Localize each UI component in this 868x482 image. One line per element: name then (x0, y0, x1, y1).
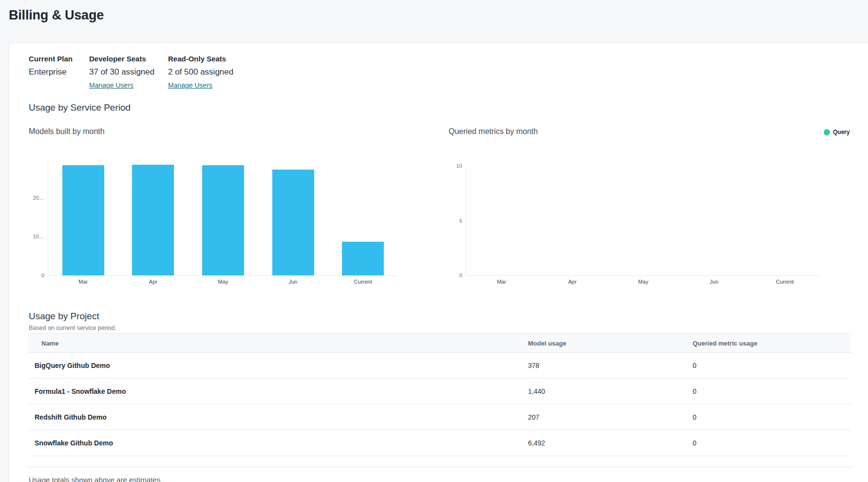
x-axis-label: Jun (266, 279, 320, 285)
footer-divider (28, 467, 851, 467)
bar-mar (62, 165, 104, 275)
bar-current (342, 242, 384, 275)
read-only-seats-column: Read-Only Seats 2 of 500 assigned Manage… (168, 55, 233, 90)
column-header-name: Name (28, 340, 528, 347)
x-axis-label: Apr (126, 279, 180, 285)
model-usage-value: 1,440 (528, 387, 693, 395)
usage-estimates-footnote: Usage totals shown above are estimates (29, 476, 160, 482)
x-axis-label: Mar (475, 279, 528, 285)
queried-metric-usage-value: 0 (693, 413, 851, 421)
bar-may (202, 165, 244, 275)
queried-metric-usage-value: 0 (693, 387, 851, 395)
usage-period-section-title: Usage by Service Period (29, 102, 131, 113)
legend-item-query[interactable]: Query (824, 129, 850, 135)
table-body: BigQuery Github Demo3780Formula1 - Snowf… (28, 353, 851, 456)
usage-project-subtitle: Based on current service period. (29, 325, 116, 331)
models-built-chart: MarAprMayJunCurrent010…20… (48, 161, 397, 276)
current-plan-label: Current Plan (29, 55, 73, 63)
table-row: BigQuery Github Demo3780 (28, 353, 851, 379)
y-axis-label: 0 (29, 272, 44, 279)
developer-seats-value: 37 of 30 assigned (89, 67, 154, 77)
y-axis-label: 0 (447, 272, 462, 279)
column-header-model-usage: Model usage (528, 340, 693, 347)
metrics-chart-title: Queried metrics by month (449, 127, 538, 136)
developer-seats-column: Developer Seats 37 of 30 assigned Manage… (89, 55, 154, 90)
table-row: Snowflake Github Demo6,4920 (28, 430, 851, 456)
legend-label: Query (833, 129, 850, 135)
manage-users-link-developer[interactable]: Manage Users (89, 81, 133, 89)
table-row: Formula1 - Snowflake Demo1,4400 (28, 379, 851, 405)
queried-metric-usage-value: 0 (693, 362, 851, 369)
bar-jun (272, 170, 314, 275)
y-axis-label: 10… (29, 233, 44, 240)
project-name: BigQuery Github Demo (28, 362, 528, 369)
table-row: Redshift Github Demo2070 (28, 405, 851, 430)
project-name: Snowflake Github Demo (28, 439, 528, 447)
y-axis-label: 10 (447, 163, 462, 169)
project-name: Redshift Github Demo (28, 413, 528, 421)
bar-apr (132, 165, 174, 275)
x-axis-label: Mar (57, 279, 110, 285)
column-header-queried-metric-usage: Queried metric usage (693, 340, 851, 347)
x-axis-label: Jun (687, 279, 741, 285)
current-plan-column: Current Plan Enterprise (29, 55, 73, 81)
usage-project-section-title: Usage by Project (29, 311, 99, 322)
queried-metric-usage-value: 0 (693, 439, 851, 447)
models-chart-title: Models built by month (29, 127, 105, 136)
y-axis-label: 5 (447, 218, 462, 224)
model-usage-value: 6,492 (528, 439, 693, 447)
y-axis-label: 20… (29, 195, 44, 201)
page-title: Billing & Usage (9, 8, 104, 23)
x-axis-label: Apr (546, 279, 599, 285)
queried-metrics-chart: MarAprMayJunCurrent0510 (466, 166, 820, 276)
x-axis-label: May (196, 279, 250, 285)
read-only-seats-value: 2 of 500 assigned (168, 67, 233, 77)
billing-card: Current Plan Enterprise Developer Seats … (9, 42, 868, 482)
usage-project-table: Name Model usage Queried metric usage Bi… (28, 333, 851, 456)
x-axis-label: May (617, 279, 670, 285)
current-plan-value: Enterprise (29, 67, 73, 77)
model-usage-value: 378 (528, 362, 693, 369)
x-axis-label: Current (336, 279, 390, 285)
table-header-row: Name Model usage Queried metric usage (28, 333, 851, 353)
read-only-seats-label: Read-Only Seats (168, 55, 233, 63)
x-axis-label: Current (758, 279, 811, 285)
developer-seats-label: Developer Seats (89, 55, 154, 63)
legend-dot-icon (824, 129, 830, 135)
model-usage-value: 207 (528, 413, 693, 421)
manage-users-link-readonly[interactable]: Manage Users (168, 81, 212, 89)
project-name: Formula1 - Snowflake Demo (28, 387, 528, 395)
